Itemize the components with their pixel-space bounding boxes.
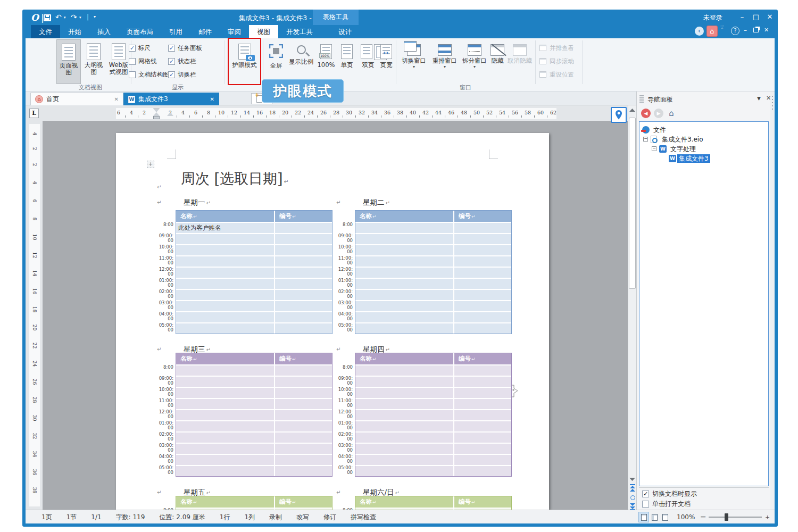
day-table-星期三[interactable]: 名称↵编号↵ [176, 353, 332, 477]
table-row[interactable] [176, 268, 332, 278]
tab-邮件[interactable]: 邮件 [190, 25, 220, 38]
ribbon-button-隐藏[interactable]: 隐藏 [488, 39, 506, 84]
tree-item-label[interactable]: 文字处理 [669, 145, 697, 153]
fullscreen-button[interactable]: 全屏 [266, 39, 286, 84]
ribbon-button-拆分窗口[interactable]: 拆分窗口▾ [461, 39, 488, 84]
tab-stop-selector[interactable]: L [29, 109, 39, 118]
expander-icon[interactable]: − [643, 137, 648, 142]
status-1列[interactable]: 1列 [244, 513, 255, 522]
table-row[interactable] [176, 377, 332, 387]
save-icon[interactable] [44, 14, 51, 21]
table-row[interactable] [176, 399, 332, 409]
tree-item-label[interactable]: 集成文件3.eio [660, 135, 705, 144]
collapse-ribbon-icon[interactable]: ⋯⌃ [720, 24, 724, 31]
tree-item-label[interactable]: 文件 [652, 126, 668, 134]
tab-文件[interactable]: 文件 [31, 25, 60, 38]
page-view-mode-button[interactable] [638, 512, 649, 522]
tab-引用[interactable]: 引用 [161, 25, 190, 38]
table-row[interactable] [355, 410, 511, 420]
vertical-scrollbar[interactable] [628, 105, 636, 510]
table-row[interactable] [355, 312, 511, 322]
ribbon-button-显示比例[interactable]: 显示比例 [287, 39, 315, 84]
outline-view-button[interactable]: 大纲视图 [82, 39, 105, 84]
table-row[interactable] [176, 323, 332, 334]
table-row[interactable] [355, 433, 511, 443]
login-status[interactable]: 未登录 [703, 13, 722, 22]
tab-开始[interactable]: 开始 [60, 25, 89, 38]
nav-forward-icon[interactable]: ▶ [654, 109, 663, 118]
table-row[interactable] [176, 455, 332, 465]
table-row[interactable] [176, 388, 332, 398]
day-table-星期五[interactable]: 名称↵编号↵ [176, 496, 332, 510]
close-icon[interactable]: ✕ [764, 12, 776, 22]
select-browse-object-icon[interactable] [630, 495, 635, 500]
zoom-in-icon[interactable]: ＋ [764, 512, 771, 522]
table-row[interactable] [355, 301, 511, 311]
table-row[interactable] [176, 410, 332, 420]
home-icon[interactable]: ⌂ [706, 26, 718, 37]
checkbox-box[interactable] [642, 501, 649, 508]
close-tab-icon[interactable]: ✕ [114, 96, 119, 102]
checkbox-切换栏[interactable]: ✓切换栏 [168, 70, 196, 79]
day-table-星期一[interactable]: 名称↵编号↵此处为客户姓名 [176, 210, 332, 334]
left-indent-marker[interactable] [153, 116, 160, 119]
day-label-星期二[interactable]: 星期二↵ [363, 198, 390, 207]
expander-icon[interactable]: − [652, 146, 656, 151]
nav-home-icon[interactable]: ⌂ [667, 109, 676, 118]
table-row[interactable] [355, 323, 511, 334]
day-table-星期六/日[interactable]: 名称↵编号↵ [355, 496, 512, 510]
table-row[interactable] [176, 279, 332, 289]
table-row[interactable] [355, 223, 511, 233]
tree-item-文件[interactable]: 文件 [639, 125, 768, 135]
web-view-mode-button[interactable] [649, 512, 660, 522]
table-row[interactable] [176, 312, 332, 322]
scroll-down-icon[interactable] [629, 478, 635, 481]
doc-restore-icon[interactable] [753, 28, 759, 32]
document-page[interactable]: + ↵ 周次 [选取日期]↵ ↵星期一↵名称↵编号↵此处为客户姓名8:0009:… [116, 133, 549, 510]
ribbon-button-切换窗口[interactable]: 切换窗口▾ [399, 39, 429, 84]
table-row[interactable] [355, 234, 511, 244]
help-icon[interactable]: ? [731, 27, 739, 35]
hanging-indent-marker[interactable] [153, 112, 160, 116]
redo-icon[interactable]: ↷ [71, 13, 77, 21]
table-row[interactable] [176, 301, 332, 311]
web-view-button[interactable]: Web版式视图 [106, 39, 131, 84]
table-row[interactable] [355, 290, 511, 300]
zoom-slider-track[interactable] [709, 517, 762, 518]
table-row[interactable] [176, 245, 332, 255]
panel-edge-grip[interactable] [770, 92, 775, 510]
nav-checkbox-单击打开文档[interactable]: 单击打开文档 [642, 500, 691, 509]
location-pin-button[interactable] [611, 107, 627, 123]
checkbox-网格线[interactable]: 网格线 [129, 57, 157, 65]
browse-previous-icon[interactable] [630, 486, 635, 488]
outline-view-mode-button[interactable] [660, 512, 670, 522]
ribbon-button-单页[interactable]: 单页 [337, 39, 356, 84]
panel-grip-icon[interactable] [639, 95, 644, 103]
table-row[interactable] [176, 444, 332, 454]
ribbon-button-双页[interactable]: 双页 [358, 39, 379, 84]
checkbox-box[interactable]: ✓ [168, 58, 175, 65]
checkbox-标尺[interactable]: ✓标尺 [129, 44, 151, 52]
back-circle-icon[interactable]: ‹ [695, 27, 704, 36]
ribbon-button-100%[interactable]: 100% [316, 39, 336, 84]
tab-设计[interactable]: 设计 [330, 25, 360, 38]
status-拼写检查[interactable]: 拼写检查 [351, 513, 376, 522]
tree-item-文字处理[interactable]: −文字处理 [639, 144, 768, 154]
table-row[interactable] [355, 365, 511, 376]
status-改写[interactable]: 改写 [296, 513, 309, 522]
scroll-up-icon[interactable] [629, 109, 635, 112]
status-1行[interactable]: 1行 [220, 513, 230, 522]
table-row[interactable] [355, 399, 511, 409]
checkbox-文档结构图[interactable]: 文档结构图 [129, 70, 169, 79]
zoom-slider-thumb[interactable] [725, 513, 728, 521]
tab-视图[interactable]: 视图 [249, 25, 278, 38]
table-row[interactable] [176, 234, 332, 244]
ribbon-button-重排窗口[interactable]: 重排窗口▾ [430, 39, 460, 84]
table-row[interactable] [176, 421, 332, 431]
status-位置: 2.09 厘米[interactable]: 位置: 2.09 厘米 [159, 513, 205, 522]
table-row[interactable] [355, 388, 511, 398]
nav-panel-dropdown-icon[interactable]: ▼ [757, 96, 761, 101]
table-row[interactable] [355, 256, 511, 267]
table-row[interactable] [176, 256, 332, 267]
browse-next-icon[interactable] [630, 503, 635, 506]
